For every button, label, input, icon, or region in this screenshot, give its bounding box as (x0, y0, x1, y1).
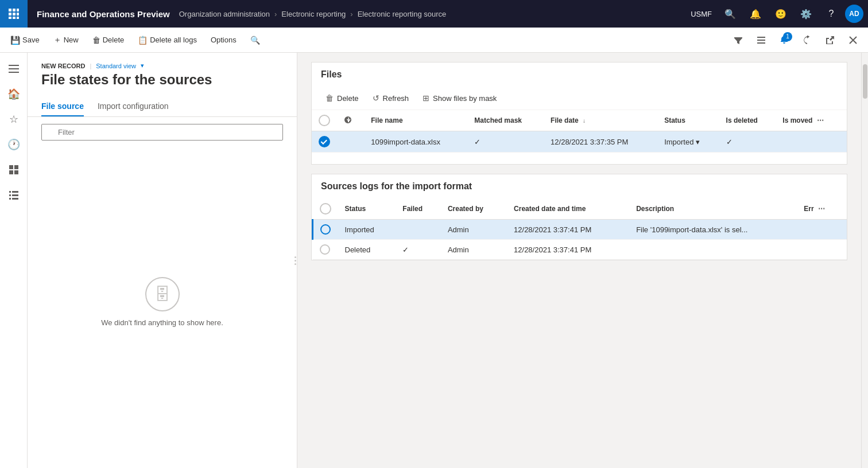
sidebar-icon-home[interactable]: 🏠 (2, 83, 25, 106)
files-select-all-col[interactable] (312, 110, 337, 131)
log-row-radio-2[interactable] (320, 244, 330, 255)
svg-rect-0 (9, 9, 11, 11)
log-cell-status-deleted: Deleted (338, 240, 396, 260)
avatar[interactable]: AD (845, 5, 863, 23)
svg-rect-5 (17, 13, 19, 15)
left-panel: NEW RECORD | Standard view ▾ File states… (28, 53, 297, 468)
svg-rect-11 (757, 42, 765, 44)
files-delete-button[interactable]: 🗑 Delete (321, 91, 363, 105)
logs-col-description: Description (629, 198, 797, 220)
standard-view-label[interactable]: Standard view (96, 63, 136, 69)
cell-filename: 1099import-data.xlsx (364, 131, 467, 153)
more-columns-button[interactable]: ⋯ (815, 114, 826, 127)
files-table-scroll[interactable]: File name Matched mask File date ↓ (312, 110, 847, 153)
status-dropdown-icon[interactable]: ▾ (696, 138, 700, 146)
cell-status: Imported ▾ (657, 131, 719, 153)
logs-section: Sources logs for the import format Statu… (311, 174, 847, 260)
files-table: File name Matched mask File date ↓ (312, 110, 847, 153)
svg-rect-22 (12, 194, 18, 196)
log-cell-err-0 (797, 220, 847, 240)
log-cell-created-date-0: 12/28/2021 3:37:41 PM (507, 220, 629, 240)
select-all-checkbox[interactable] (319, 115, 330, 126)
logs-more-columns-button[interactable]: ⋯ (816, 202, 827, 215)
notification-button[interactable]: 🔔 (744, 2, 767, 25)
options-button[interactable]: Options (205, 33, 242, 46)
log-cell-description-0: File '1099import-data.xlsx' is sel... (629, 220, 797, 240)
breadcrumb-item-1[interactable]: Organization administration (179, 10, 270, 18)
view-toggle-button[interactable] (751, 30, 772, 50)
logs-col-created-date: Created date and time (507, 198, 629, 220)
logs-select-all-col[interactable] (313, 198, 338, 220)
files-table-header: File name Matched mask File date ↓ (312, 110, 847, 131)
logs-select-all-checkbox[interactable] (320, 203, 331, 214)
files-table-scrollbar[interactable] (312, 155, 847, 162)
delete-button[interactable]: 🗑 Delete (87, 33, 130, 47)
svg-rect-17 (9, 170, 13, 174)
notification-toolbar-button[interactable]: 1 (774, 30, 795, 50)
tab-import-configuration[interactable]: Import configuration (98, 97, 169, 116)
svg-rect-12 (9, 65, 19, 66)
table-row[interactable]: 1099import-data.xlsx ✓ 12/28/2021 3:37:3… (312, 131, 847, 153)
settings-button[interactable]: ⚙️ (795, 2, 817, 25)
cell-file-date: 12/28/2021 3:37:35 PM (544, 131, 657, 153)
svg-rect-6 (9, 17, 11, 19)
svg-rect-9 (757, 37, 765, 38)
sidebar-icon-grid[interactable] (2, 158, 25, 181)
emoji-button[interactable]: 🙂 (769, 2, 792, 25)
apps-button[interactable] (0, 0, 28, 28)
empty-state: 🗄 We didn't find anything to show here. (28, 147, 297, 457)
filter-input[interactable] (41, 124, 283, 141)
save-button[interactable]: 💾 Save (5, 33, 45, 47)
sidebar-icon-recent[interactable]: 🕐 (2, 133, 25, 156)
svg-rect-8 (17, 17, 19, 19)
row-checkbox[interactable] (319, 136, 330, 147)
filter-icon-button[interactable] (728, 30, 749, 50)
scroll-thumb[interactable] (863, 64, 867, 99)
log-cell-failed-1: ✓ (396, 240, 441, 260)
search-toolbar-button[interactable]: 🔍 (245, 33, 266, 47)
open-in-new-button[interactable] (820, 30, 840, 50)
table-row[interactable]: Imported Admin 12/28/2021 3:37:41 PM Fil… (313, 220, 847, 240)
company-selector[interactable]: USMF (686, 10, 716, 18)
show-files-by-mask-button[interactable]: ⊞ Show files by mask (418, 91, 501, 105)
main-layout: 🏠 ☆ 🕐 NEW RECORD | Standard view ▾ File … (0, 53, 868, 468)
refresh-icon: ↺ (373, 93, 379, 103)
delete-all-logs-button[interactable]: 📋 Delete all logs (132, 33, 203, 47)
refresh-toolbar-button[interactable] (797, 30, 817, 50)
help-button[interactable]: ? (820, 2, 843, 25)
files-refresh-button[interactable]: ↺ Refresh (368, 91, 414, 105)
close-button[interactable] (843, 30, 863, 50)
sidebar-icon-star[interactable]: ☆ (2, 108, 25, 131)
empty-message: We didn't find anything to show here. (101, 318, 223, 327)
sidebar-icon-hamburger[interactable] (2, 57, 25, 80)
col-header-is-moved: Is moved ⋯ (776, 110, 847, 131)
sort-icon: ↓ (583, 118, 586, 124)
breadcrumb-sep-1: › (274, 10, 277, 18)
breadcrumb-item-3[interactable]: Electronic reporting source (358, 10, 447, 18)
vertical-scrollbar[interactable] (861, 53, 868, 468)
col-header-status: Status (657, 110, 719, 131)
right-panel: Files 🗑 Delete ↺ Refresh ⊞ Show files by… (297, 53, 861, 468)
toolbar-right-actions: 1 (728, 30, 863, 50)
log-cell-created-by-0: Admin (441, 220, 507, 240)
search-button[interactable]: 🔍 (719, 2, 742, 25)
left-panel-scrollbar[interactable] (41, 457, 283, 463)
table-row[interactable]: Deleted ✓ Admin 12/28/2021 3:37:41 PM (313, 240, 847, 260)
logs-col-status: Status (338, 198, 396, 220)
col-header-filename: File name (364, 110, 467, 131)
svg-rect-3 (9, 13, 11, 15)
breadcrumb-item-2[interactable]: Electronic reporting (281, 10, 346, 18)
files-section: Files 🗑 Delete ↺ Refresh ⊞ Show files by… (311, 62, 847, 165)
svg-rect-24 (12, 198, 18, 200)
resize-handle[interactable] (293, 53, 297, 468)
app-title: Finance and Operations Preview (28, 9, 179, 19)
log-cell-description-1 (629, 240, 797, 260)
new-button[interactable]: ＋ New (48, 33, 84, 48)
empty-icon: 🗄 (145, 277, 180, 311)
sidebar-icon-list[interactable] (2, 184, 25, 206)
tab-file-source[interactable]: File source (41, 97, 84, 116)
cell-matched-mask: ✓ (467, 131, 544, 153)
cell-is-moved (776, 131, 847, 153)
log-row-radio[interactable] (320, 224, 331, 235)
filter-box: 🔍 (28, 117, 297, 147)
